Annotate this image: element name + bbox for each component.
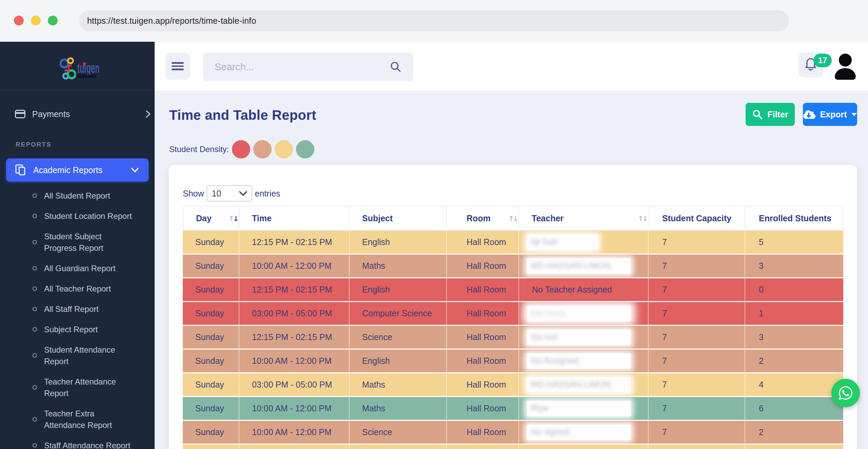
- cell-room: Hall Room: [447, 396, 519, 420]
- density-label: Student Density:: [169, 145, 229, 154]
- traffic-light-close-icon[interactable]: [14, 16, 24, 25]
- cell-capacity: 7: [649, 301, 745, 325]
- table-header: Day↑↓TimeSubjectRoom↑↓Teacher↑↓Student C…: [183, 206, 843, 231]
- traffic-light-minimize-icon[interactable]: [31, 16, 41, 25]
- page-size-value: 10: [212, 189, 221, 199]
- notification-count-badge: 17: [813, 54, 832, 67]
- sort-arrows-icon[interactable]: ↑↓: [228, 214, 237, 223]
- browser-chrome: https://test.tuigen.app/reports/time-tab…: [0, 0, 868, 42]
- sidebar-sub-item[interactable]: All Student Report: [0, 186, 155, 206]
- sidebar-sub-item[interactable]: Staff Attendance Report: [0, 435, 155, 449]
- redacted-teacher-name: MD HASSAN LIMON: [527, 377, 631, 393]
- cell-enrolled: 3: [745, 325, 843, 349]
- table-row: Sunday12:15 PM - 02:15 PMEnglishHall Roo…: [183, 231, 843, 254]
- sidebar: tuigen Payments REPORTS Academic Reports: [0, 42, 155, 449]
- cell-time: 10:00 AM - 12:00 PM: [239, 349, 350, 372]
- show-label: Show: [183, 189, 204, 199]
- sort-arrows-icon[interactable]: ↑↓: [637, 214, 647, 223]
- table-row: Sunday10:00 AM - 12:00 PMMathsHall RoomR…: [183, 396, 843, 420]
- whatsapp-float-button[interactable]: [831, 379, 860, 407]
- sidebar-sub-item[interactable]: Teacher ExtraAttendance Report: [0, 404, 155, 435]
- person-icon: [831, 51, 859, 80]
- redacted-teacher-name: MD HASSAN LIMON: [527, 258, 631, 274]
- cell-teacher: MD HASSAN LIMON: [519, 254, 649, 277]
- report-card: Show 10 entries Day↑↓Time: [169, 165, 857, 449]
- table-header-row: Day↑↓TimeSubjectRoom↑↓Teacher↑↓Student C…: [183, 206, 843, 231]
- traffic-light-zoom-icon[interactable]: [48, 16, 58, 25]
- table-row: Sunday03:00 PM - 05:00 PMComputer Scienc…: [183, 301, 843, 325]
- sidebar-sub-item[interactable]: Student Location Report: [0, 206, 155, 226]
- page-size-select[interactable]: 10: [206, 185, 252, 202]
- user-avatar[interactable]: [831, 51, 859, 80]
- sort-arrows-icon[interactable]: ↑↓: [508, 214, 517, 223]
- cell-enrolled: 3: [745, 254, 843, 277]
- cell-subject: Science: [350, 325, 447, 349]
- chevron-down-icon: [130, 167, 140, 173]
- cell-subject: Science: [350, 420, 447, 444]
- cell-room: Hall Room: [447, 254, 519, 277]
- filter-button[interactable]: Filter: [746, 103, 795, 126]
- page-size-control: Show 10 entries: [183, 185, 280, 202]
- column-header-teacher[interactable]: Teacher↑↓: [519, 206, 649, 231]
- sidebar-sub-item[interactable]: All Staff Report: [0, 299, 155, 319]
- brand-tagline-smudge: [77, 75, 96, 78]
- filter-label: Filter: [767, 110, 788, 119]
- cell-enrolled: 4: [745, 372, 843, 396]
- sidebar-sub-item[interactable]: Subject Report: [0, 319, 155, 340]
- column-header-day[interactable]: Day↑↓: [183, 206, 239, 231]
- search-icon: [390, 61, 402, 73]
- redacted-teacher-name: Riya: [527, 401, 631, 416]
- sidebar-sub-item[interactable]: Student AttendanceReport: [0, 340, 155, 372]
- table-row: Sunday12:15 PM - 02:15 PMEnglishHall Roo…: [183, 277, 843, 301]
- table-row: Sunday12:15 PM - 02:15 PMScienceHall Roo…: [183, 325, 843, 349]
- menu-toggle-button[interactable]: [165, 53, 190, 80]
- cell-day: Sunday: [183, 325, 239, 349]
- cell-enrolled: 5: [745, 231, 843, 254]
- page-content: Time and Table Report Filter Export Stud…: [155, 91, 868, 449]
- cell-subject: Maths: [350, 254, 447, 277]
- cell-day: Sunday: [183, 420, 239, 444]
- main-column: Search... 17 Time and: [155, 42, 868, 449]
- cell-enrolled: 1: [745, 301, 843, 325]
- cell-subject: Maths: [350, 396, 447, 420]
- redacted-teacher-name: Md Hasa: [527, 306, 631, 321]
- cell-teacher: MD HASSAN LIMON: [519, 372, 649, 396]
- sidebar-item-payments[interactable]: Payments: [0, 100, 155, 128]
- filter-search-icon: [752, 109, 763, 120]
- cell-teacher: [519, 444, 649, 449]
- column-header-student-capacity: Student Capacity: [649, 206, 745, 231]
- table-body: Sunday12:15 PM - 02:15 PMEnglishHall Roo…: [183, 231, 843, 449]
- table-row: Sunday03:00 PM - 05:00 PMMathsHall RoomM…: [183, 372, 843, 396]
- sidebar-sub-item[interactable]: Student SubjectProgress Report: [0, 226, 155, 258]
- search-input[interactable]: Search...: [203, 53, 413, 81]
- column-header-time: Time: [239, 206, 350, 231]
- whatsapp-icon: [838, 385, 853, 401]
- page-title: Time and Table Report: [169, 108, 316, 123]
- cell-time: 03:00 PM - 05:00 PM: [239, 301, 350, 325]
- sidebar-logo-area[interactable]: tuigen: [0, 42, 155, 91]
- sidebar-sub-item[interactable]: All Guardian Report: [0, 258, 155, 279]
- url-text: https://test.tuigen.app/reports/time-tab…: [87, 16, 256, 26]
- column-header-subject: Subject: [350, 206, 447, 231]
- cell-time: 10:00 AM - 12:00 PM: [239, 420, 350, 444]
- export-label: Export: [820, 110, 847, 119]
- cell-time: 12:15 PM - 02:15 PM: [239, 325, 350, 349]
- sidebar-sub-item[interactable]: All Teacher Report: [0, 279, 155, 299]
- timetable-table: Day↑↓TimeSubjectRoom↑↓Teacher↑↓Student C…: [183, 206, 843, 449]
- column-header-room[interactable]: Room↑↓: [447, 206, 519, 231]
- export-button[interactable]: Export: [803, 103, 857, 126]
- url-bar[interactable]: https://test.tuigen.app/reports/time-tab…: [79, 10, 789, 31]
- cell-subject: Computer Science: [350, 301, 447, 325]
- top-header: Search... 17: [155, 42, 868, 91]
- table-row: Sunday10:00 AM - 12:00 PMMathsHall RoomM…: [183, 254, 843, 277]
- cell-teacher: No Assigned: [519, 349, 649, 372]
- sidebar-sub-item[interactable]: Teacher AttendanceReport: [0, 372, 155, 404]
- chevron-right-icon: [145, 109, 151, 119]
- sidebar-item-academic-reports[interactable]: Academic Reports: [6, 158, 149, 182]
- cell-day: Sunday: [183, 301, 239, 325]
- cell-enrolled: 2: [745, 420, 843, 444]
- cell-subject: Maths: [350, 372, 447, 396]
- cell-teacher: Riya: [519, 396, 649, 420]
- cell-room: Hall Room: [447, 325, 519, 349]
- cell-room: Hall Room: [447, 420, 519, 444]
